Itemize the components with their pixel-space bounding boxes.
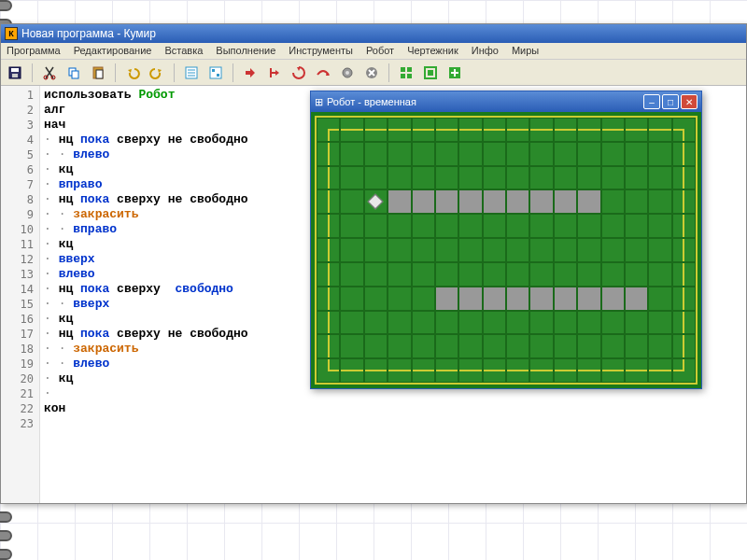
menu-robot[interactable]: Робот	[366, 45, 394, 57]
maximize-button[interactable]: □	[662, 94, 679, 109]
stop-icon[interactable]	[361, 63, 382, 83]
toolbar	[1, 60, 746, 86]
cut-icon[interactable]	[39, 63, 60, 83]
step-over-icon[interactable]	[313, 63, 333, 83]
menu-program[interactable]: Программа	[7, 45, 61, 57]
svg-rect-2	[12, 74, 18, 77]
redo-icon[interactable]	[147, 63, 167, 83]
menu-worlds[interactable]: Миры	[512, 45, 539, 57]
grid1-icon[interactable]	[396, 63, 416, 83]
step-into-icon[interactable]	[289, 63, 309, 83]
list-icon[interactable]	[181, 63, 202, 83]
step-icon[interactable]	[264, 63, 285, 83]
menu-drafter[interactable]: Чертежник	[407, 45, 458, 57]
svg-rect-15	[217, 74, 219, 77]
svg-rect-19	[401, 67, 405, 72]
undo-icon[interactable]	[122, 63, 143, 83]
robot-window[interactable]: ⊞ Робот - временная – □ ✕	[310, 91, 702, 389]
menu-tools[interactable]: Инструменты	[289, 45, 353, 57]
menu-insert[interactable]: Вставка	[164, 45, 203, 57]
svg-rect-21	[401, 74, 405, 78]
svg-rect-14	[212, 69, 215, 72]
svg-rect-24	[428, 70, 433, 76]
svg-rect-6	[72, 71, 78, 78]
close-button[interactable]: ✕	[681, 94, 698, 109]
paste-icon[interactable]	[88, 63, 108, 83]
svg-point-17	[345, 71, 349, 75]
copy-icon[interactable]	[63, 63, 84, 83]
menu-run[interactable]: Выполнение	[216, 45, 275, 57]
tree-icon[interactable]	[205, 63, 226, 83]
svg-rect-20	[407, 67, 412, 72]
titlebar[interactable]: К Новая программа - Кумир	[1, 24, 746, 43]
app-icon: К	[5, 27, 18, 40]
svg-rect-8	[96, 70, 103, 78]
save-icon[interactable]	[5, 63, 25, 83]
robot-grid[interactable]	[317, 118, 696, 383]
menu-edit[interactable]: Редактирование	[74, 45, 152, 57]
svg-rect-1	[11, 68, 19, 72]
menubar: Программа Редактирование Вставка Выполне…	[1, 43, 746, 60]
line-gutter: 1234567891011121314151617181920212223	[1, 86, 40, 503]
robot-title-text: Робот - временная	[327, 96, 416, 107]
settings-icon[interactable]	[337, 63, 358, 83]
grid3-icon[interactable]	[444, 63, 465, 83]
window-title: Новая программа - Кумир	[21, 27, 156, 40]
minimize-button[interactable]: –	[643, 94, 660, 109]
run-icon[interactable]	[240, 63, 261, 83]
robot-app-icon: ⊞	[315, 96, 323, 108]
svg-rect-13	[210, 67, 221, 78]
svg-rect-22	[407, 74, 412, 78]
grid2-icon[interactable]	[420, 63, 441, 83]
robot-titlebar[interactable]: ⊞ Робот - временная – □ ✕	[311, 91, 701, 112]
robot-field	[311, 112, 701, 388]
menu-info[interactable]: Инфо	[472, 45, 499, 57]
